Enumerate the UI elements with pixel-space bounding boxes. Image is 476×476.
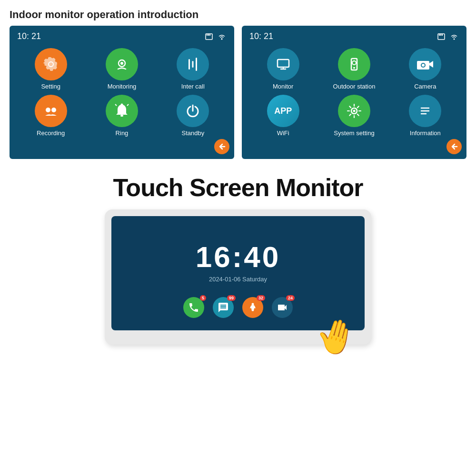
svg-point-10 (46, 108, 50, 112)
motion-icon (247, 302, 258, 313)
monitor-dock: 5 99 32 (126, 297, 350, 318)
app-ring-label: Ring (116, 129, 129, 137)
dock-motion[interactable]: 32 (242, 297, 263, 318)
app-wifi-text: APP (274, 106, 292, 116)
camera-badge: 24 (286, 295, 295, 301)
app-intercall[interactable]: Inter call (159, 48, 227, 90)
svg-rect-8 (192, 61, 194, 68)
svg-point-33 (353, 110, 355, 112)
svg-rect-2 (208, 34, 209, 36)
app-ring[interactable]: Ring (88, 95, 155, 137)
chat-icon (218, 302, 229, 313)
svg-line-15 (127, 104, 129, 106)
monitor-big-time: 16:40 (126, 240, 350, 274)
svg-line-14 (115, 104, 117, 106)
svg-rect-3 (209, 34, 210, 36)
svg-point-31 (422, 64, 425, 67)
svg-point-4 (221, 38, 223, 40)
sd-card-icon-2 (437, 33, 446, 40)
svg-point-6 (120, 62, 123, 65)
svg-point-21 (454, 38, 455, 40)
screen1-grid: Setting Monitoring (17, 48, 227, 137)
svg-marker-29 (429, 61, 433, 68)
dock-phone[interactable]: 5 (183, 297, 204, 318)
information-icon (416, 102, 434, 120)
page-title: Indoor monitor operation introduction (0, 0, 476, 26)
svg-rect-20 (442, 34, 443, 36)
svg-rect-18 (439, 34, 440, 36)
app-information-label: Information (410, 129, 441, 137)
app-intercall-label: Inter call (181, 83, 205, 90)
svg-point-11 (51, 108, 56, 112)
phone-icon (188, 302, 199, 313)
app-monitoring[interactable]: Monitoring (88, 48, 155, 90)
app-recording[interactable]: Recording (17, 95, 84, 137)
svg-point-26 (352, 61, 356, 65)
svg-rect-19 (440, 34, 441, 36)
chat-badge: 99 (227, 295, 236, 301)
screen1-status-icons (205, 33, 227, 40)
svg-point-13 (120, 104, 123, 106)
bell-icon (113, 102, 131, 120)
app-setting-label: Setting (41, 83, 60, 90)
touch-title: Touch Screen Monitor (113, 173, 363, 202)
app-monitoring-label: Monitoring (108, 83, 137, 90)
monitor-icon (274, 55, 293, 74)
screen2-grid: Monitor Outdoor station (249, 48, 459, 137)
monitor-date: 2024-01-06 Saturday (126, 276, 350, 283)
app-wifi[interactable]: APP WiFi (249, 95, 317, 137)
sd-card-icon (205, 33, 214, 40)
svg-rect-7 (188, 59, 190, 69)
app-outdoor[interactable]: Outdoor station (320, 48, 387, 90)
motion-badge: 32 (257, 295, 265, 301)
app-camera-label: Camera (414, 83, 436, 90)
svg-point-37 (252, 303, 254, 306)
app-monitor-label: Monitor (273, 83, 293, 90)
screen1-time: 10: 21 (17, 31, 41, 41)
app-system-setting[interactable]: System setting (320, 95, 387, 137)
monitoring-icon (112, 55, 131, 74)
power-icon (184, 102, 202, 120)
screen1: 10: 21 (10, 26, 234, 159)
app-recording-label: Recording (37, 129, 65, 137)
screen2-topbar: 10: 21 (249, 31, 459, 41)
touch-section: Touch Screen Monitor 16:40 2024-01-06 Sa… (0, 169, 476, 345)
back-button-2[interactable] (446, 139, 462, 154)
wifi-icon (217, 33, 227, 40)
svg-rect-1 (207, 34, 208, 36)
phone-badge: 5 (200, 295, 206, 301)
screen2: 10: 21 (242, 26, 466, 159)
system-gear-icon (345, 102, 363, 120)
svg-rect-27 (353, 67, 355, 69)
app-setting[interactable]: Setting (17, 48, 84, 90)
wifi-icon-2 (449, 33, 459, 40)
gear-icon (42, 55, 60, 73)
back-arrow-icon-2 (450, 142, 458, 151)
screen2-time: 10: 21 (249, 31, 273, 41)
app-system-setting-label: System setting (334, 129, 374, 137)
app-outdoor-label: Outdoor station (333, 83, 376, 90)
app-camera[interactable]: Camera (392, 48, 459, 90)
monitor-inner-screen: 16:40 2024-01-06 Saturday 5 99 (111, 216, 365, 330)
svg-rect-22 (278, 60, 289, 67)
screen1-topbar: 10: 21 (17, 31, 227, 41)
svg-rect-9 (196, 58, 197, 71)
app-monitor[interactable]: Monitor (249, 48, 317, 90)
monitor-device: 16:40 2024-01-06 Saturday 5 99 (105, 209, 371, 345)
app-information[interactable]: Information (392, 95, 459, 137)
back-button-1[interactable] (214, 139, 229, 154)
screens-row: 10: 21 (0, 26, 476, 159)
svg-rect-12 (120, 115, 123, 117)
intercall-icon (184, 55, 202, 73)
camera-icon (415, 54, 435, 74)
screen2-status-icons (437, 33, 459, 40)
dock-camera[interactable]: 24 (272, 297, 293, 318)
outdoor-icon (345, 55, 364, 74)
app-standby[interactable]: Standby (159, 95, 227, 137)
recording-icon (41, 101, 60, 120)
app-standby-label: Standby (181, 129, 204, 137)
app-wifi-label: WiFi (277, 129, 289, 137)
dock-chat[interactable]: 99 (213, 297, 234, 318)
back-arrow-icon (218, 142, 226, 151)
camera-record-icon (277, 302, 288, 313)
